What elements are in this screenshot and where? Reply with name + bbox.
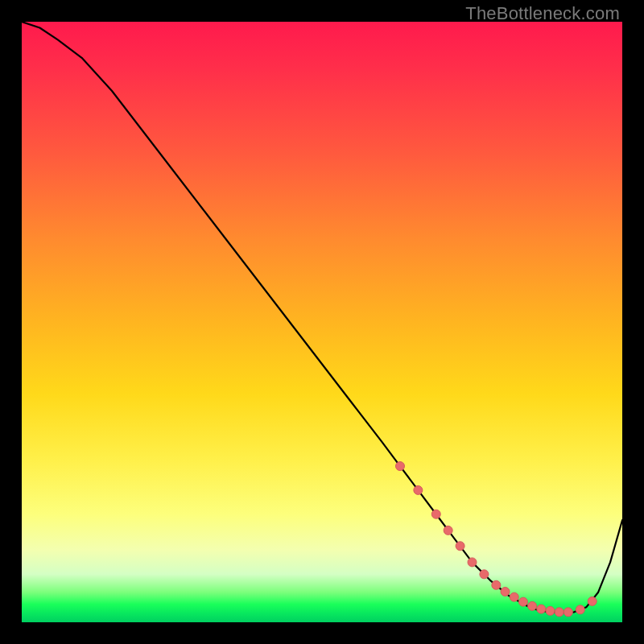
curve-marker-dot — [518, 597, 527, 606]
bottleneck-curve-svg — [22, 22, 622, 622]
curve-marker-dot — [510, 592, 518, 601]
curve-marker-dot — [468, 558, 477, 567]
plot-area — [22, 22, 622, 622]
curve-marker-dot — [492, 580, 501, 589]
curve-marker-dot — [501, 587, 510, 596]
chart-frame: TheBottleneck.com — [0, 0, 644, 644]
curve-marker-dot — [480, 570, 489, 579]
curve-marker-dot — [555, 608, 564, 617]
bottleneck-curve-line — [22, 22, 622, 613]
curve-markers — [395, 462, 597, 617]
curve-marker-dot — [528, 601, 537, 610]
curve-marker-dot — [588, 597, 597, 605]
curve-marker-dot — [395, 462, 404, 471]
curve-marker-dot — [431, 510, 440, 518]
curve-marker-dot — [456, 542, 464, 551]
curve-marker-dot — [414, 485, 423, 494]
curve-marker-dot — [564, 608, 572, 617]
curve-marker-dot — [537, 605, 546, 613]
curve-marker-dot — [576, 605, 584, 614]
curve-marker-dot — [444, 526, 452, 535]
curve-marker-dot — [546, 606, 555, 615]
